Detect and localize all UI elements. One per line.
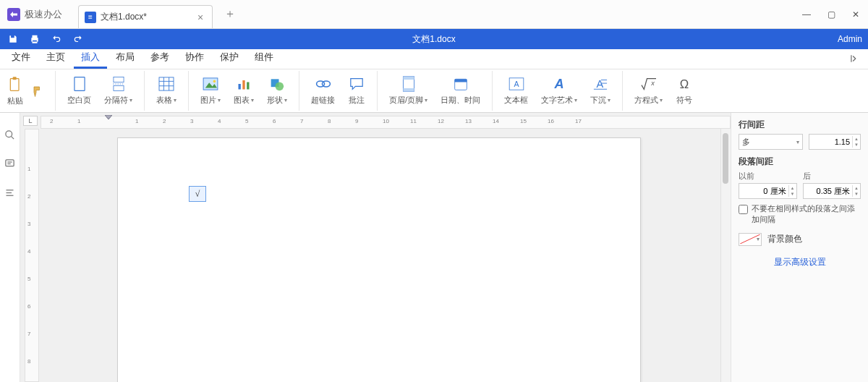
blank-page-button[interactable]: 空白页 <box>63 75 95 107</box>
show-advanced-settings-link[interactable]: 显示高级设置 <box>739 256 861 268</box>
format-painter-button[interactable] <box>29 82 48 101</box>
document-title: 文档1.docx <box>412 33 455 46</box>
page-canvas[interactable]: √ <box>39 129 720 382</box>
comment-button[interactable]: 批注 <box>344 75 370 107</box>
chart-icon <box>235 76 252 92</box>
undo-button[interactable] <box>48 31 65 47</box>
indent-marker-icon[interactable] <box>105 115 112 122</box>
svg-text:A: A <box>514 80 519 88</box>
background-color-label: 背景颜色 <box>767 233 802 245</box>
svg-rect-1 <box>13 77 17 80</box>
ruler-corner: L <box>23 116 38 126</box>
new-tab-button[interactable]: ＋ <box>220 2 240 26</box>
svg-line-36 <box>11 136 14 139</box>
dropcap-button[interactable]: A 下沉▾ <box>586 75 615 107</box>
hyperlink-button[interactable]: 超链接 <box>307 75 339 107</box>
svg-point-35 <box>6 130 12 137</box>
paste-icon <box>7 75 23 94</box>
redo-button[interactable] <box>69 31 87 47</box>
svg-rect-25 <box>454 79 467 82</box>
user-name[interactable]: Admin <box>838 34 862 44</box>
svg-text:Ω: Ω <box>680 77 689 91</box>
ribbon-tab-references[interactable]: 参考 <box>143 48 176 69</box>
ribbon-tabs: 文件 主页 插入 布局 参考 协作 保护 组件 <box>0 49 868 69</box>
equation-icon: x <box>640 76 658 92</box>
svg-point-18 <box>276 82 284 91</box>
svg-rect-23 <box>403 88 414 91</box>
symbol-button[interactable]: Ω 符号 <box>671 75 697 107</box>
chart-button[interactable]: 图表▾ <box>229 75 258 107</box>
equation-placeholder[interactable]: √ <box>189 186 206 202</box>
svg-text:x: x <box>650 80 655 87</box>
header-footer-button[interactable]: 页眉/页脚▾ <box>385 75 432 107</box>
window-controls: — ▢ ✕ <box>794 0 868 29</box>
ribbon-tab-addins[interactable]: 组件 <box>247 48 281 69</box>
paragraph-spacing-label: 段落间距 <box>739 156 861 168</box>
svg-text:A: A <box>597 78 604 90</box>
picture-button[interactable]: 图片▾ <box>196 75 225 107</box>
shape-button[interactable]: 形状▾ <box>263 75 292 107</box>
shape-icon <box>268 76 286 92</box>
svg-rect-6 <box>159 77 174 90</box>
date-time-button[interactable]: 日期、时间 <box>436 75 485 107</box>
textbox-button[interactable]: A 文本框 <box>500 75 532 107</box>
svg-rect-37 <box>6 159 14 166</box>
spacing-before-input[interactable]: ▲▼ <box>739 183 797 199</box>
ribbon-tab-file[interactable]: 文件 <box>4 48 38 69</box>
app-name: 极速办公 <box>25 8 62 21</box>
editing-area: L 2 1 1 2 3 4 5 6 7 8 9 10 11 12 13 14 1… <box>20 113 731 382</box>
table-button[interactable]: 表格▾ <box>152 75 181 107</box>
document-page[interactable]: √ <box>117 137 641 382</box>
paste-button[interactable]: 粘贴 <box>4 74 26 108</box>
app-logo-icon <box>7 8 20 21</box>
save-button[interactable] <box>4 31 22 47</box>
close-tab-button[interactable]: × <box>195 12 206 23</box>
ribbon-tab-protect[interactable]: 保护 <box>213 48 246 69</box>
page-break-button[interactable]: 分隔符▾ <box>100 75 137 107</box>
close-window-button[interactable]: ✕ <box>843 0 868 29</box>
table-icon <box>158 76 175 92</box>
vertical-ruler[interactable]: 1 2 3 4 5 6 7 8 <box>25 129 39 382</box>
comments-pane-button[interactable] <box>3 156 17 171</box>
blank-page-icon <box>71 76 88 92</box>
horizontal-ruler[interactable]: 2 1 1 2 3 4 5 6 7 8 9 10 11 12 13 14 15 … <box>41 116 731 129</box>
tab-title: 文档1.docx* <box>101 11 190 23</box>
picture-icon <box>202 76 219 92</box>
ribbon-tab-home[interactable]: 主页 <box>39 48 72 69</box>
line-spacing-label: 行间距 <box>739 119 861 131</box>
ribbon-tab-collaboration[interactable]: 协作 <box>178 48 211 69</box>
maximize-button[interactable]: ▢ <box>819 0 843 29</box>
ribbon-tab-insert[interactable]: 插入 <box>74 48 107 69</box>
collapse-ribbon-button[interactable] <box>845 51 864 69</box>
minimize-button[interactable]: — <box>794 0 819 29</box>
doc-type-icon: ≡ <box>85 12 96 23</box>
wordart-icon: A <box>550 76 568 92</box>
wordart-button[interactable]: A 文字艺术▾ <box>537 75 582 107</box>
vertical-scrollbar[interactable] <box>720 129 731 382</box>
equation-button[interactable]: x 方程式▾ <box>630 75 667 107</box>
ribbon-tab-layout[interactable]: 布局 <box>109 48 142 69</box>
header-footer-icon <box>400 76 417 92</box>
dropcap-icon: A <box>592 76 609 92</box>
spacing-after-input[interactable]: ▲▼ <box>803 183 861 199</box>
background-color-picker[interactable]: ▾ <box>739 233 762 246</box>
headings-pane-button[interactable] <box>3 185 17 200</box>
svg-marker-43 <box>105 115 112 119</box>
date-time-icon <box>452 76 469 92</box>
find-button[interactable] <box>3 127 17 142</box>
no-spacing-same-style-checkbox[interactable]: 不要在相同样式的段落之间添加间隔 <box>739 203 861 226</box>
app-brand: 极速办公 <box>0 8 69 21</box>
clipboard-group: 粘贴 <box>4 71 56 111</box>
textbox-icon: A <box>508 76 525 92</box>
svg-rect-15 <box>242 80 244 90</box>
scroll-thumb[interactable] <box>723 133 728 184</box>
line-spacing-value-input[interactable]: ▲▼ <box>809 134 861 150</box>
svg-rect-4 <box>113 85 123 90</box>
svg-rect-22 <box>403 77 414 80</box>
document-tab[interactable]: ≡ 文档1.docx* × <box>78 5 213 28</box>
symbol-icon: Ω <box>676 76 693 92</box>
line-spacing-type-select[interactable]: 多▾ <box>739 134 803 150</box>
spacing-after-label: 后 <box>803 171 861 182</box>
quick-access-toolbar: 文档1.docx Admin <box>0 29 868 49</box>
print-button[interactable] <box>26 31 43 47</box>
